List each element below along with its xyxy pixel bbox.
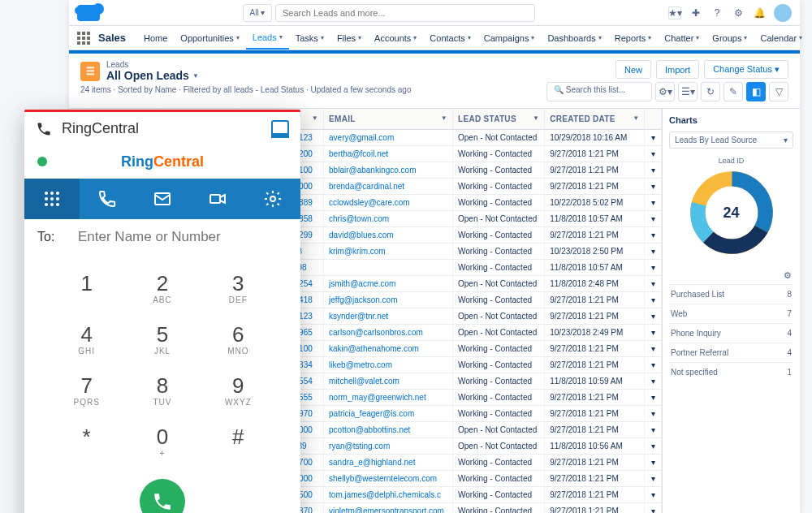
nav-item-tasks[interactable]: Tasks ▾ — [289, 26, 330, 50]
global-search-input[interactable] — [275, 4, 535, 22]
email-cell[interactable]: norm_may@greenwich.net — [324, 390, 453, 406]
nav-item-leads[interactable]: Leads ▾ — [246, 26, 289, 50]
row-menu-icon[interactable]: ▾ — [645, 455, 662, 471]
search-scope-dropdown[interactable]: All ▾ — [243, 4, 272, 22]
filter-icon[interactable]: ▽ — [769, 82, 788, 101]
email-cell[interactable]: pcotton@abbottins.net — [324, 422, 453, 438]
row-menu-icon[interactable]: ▾ — [645, 503, 662, 514]
list-view-controls-icon[interactable]: ⚙▾ — [655, 82, 675, 101]
add-icon[interactable]: ✚ — [689, 6, 702, 19]
display-as-icon[interactable]: ☰▾ — [678, 82, 698, 101]
notification-bell-icon[interactable]: 🔔 — [753, 6, 766, 19]
key-0[interactable]: 0+ — [124, 416, 200, 468]
refresh-icon[interactable]: ↻ — [701, 82, 720, 101]
video-tab[interactable] — [190, 179, 245, 219]
call-button[interactable] — [140, 479, 185, 513]
email-cell[interactable]: kakin@athenahome.com — [324, 341, 453, 357]
email-cell[interactable]: bertha@fcoil.net — [324, 146, 453, 162]
row-menu-icon[interactable]: ▾ — [645, 130, 662, 146]
chevron-down-icon[interactable]: ▼ — [312, 114, 318, 122]
list-view-name[interactable]: All Open Leads ▼ — [106, 69, 199, 82]
key-3[interactable]: 3DEF — [201, 263, 276, 314]
new-button[interactable]: New — [615, 60, 651, 79]
email-cell[interactable]: ksynder@tnr.net — [324, 308, 453, 325]
row-menu-icon[interactable]: ▾ — [645, 390, 662, 406]
row-menu-icon[interactable]: ▾ — [645, 227, 662, 244]
email-cell[interactable]: violetm@emersontransport.com — [324, 503, 453, 514]
row-menu-icon[interactable]: ▾ — [645, 487, 662, 503]
email-cell[interactable]: shellyb@westerntelecom.com — [324, 471, 453, 487]
row-menu-icon[interactable]: ▾ — [645, 471, 662, 487]
chevron-down-icon[interactable]: ▼ — [633, 114, 639, 122]
nav-item-accounts[interactable]: Accounts ▾ — [368, 26, 423, 50]
row-menu-icon[interactable]: ▾ — [645, 179, 662, 195]
chart-gear-icon[interactable]: ⚙ — [669, 267, 793, 284]
email-cell[interactable]: avery@gmail.com — [324, 130, 453, 146]
help-icon[interactable]: ? — [710, 6, 723, 19]
row-menu-icon[interactable]: ▾ — [645, 260, 662, 276]
dock-icon[interactable] — [271, 120, 289, 138]
key-2[interactable]: 2ABC — [124, 263, 200, 314]
key-5[interactable]: 5JKL — [124, 314, 200, 365]
email-cell[interactable]: chris@town.com — [324, 211, 453, 227]
row-menu-icon[interactable]: ▾ — [645, 292, 662, 308]
key-4[interactable]: 4GHI — [49, 314, 124, 365]
email-cell[interactable]: sandra_e@highland.net — [324, 455, 453, 471]
dial-input[interactable] — [78, 229, 287, 245]
row-menu-icon[interactable]: ▾ — [645, 341, 662, 357]
change-status-button[interactable]: Change Status ▾ — [704, 60, 788, 79]
row-menu-icon[interactable]: ▾ — [645, 422, 662, 438]
nav-item-opportunities[interactable]: Opportunities ▾ — [174, 26, 245, 50]
nav-item-files[interactable]: Files ▾ — [330, 26, 368, 50]
user-avatar[interactable] — [774, 4, 792, 22]
chevron-down-icon[interactable]: ▼ — [441, 114, 447, 122]
email-cell[interactable]: krim@krim.com — [324, 244, 453, 260]
row-menu-icon[interactable]: ▾ — [645, 244, 662, 260]
row-menu-icon[interactable]: ▾ — [645, 162, 662, 179]
key-7[interactable]: 7PQRS — [49, 365, 124, 416]
row-menu-icon[interactable]: ▾ — [645, 373, 662, 390]
nav-item-contacts[interactable]: Contacts ▾ — [423, 26, 477, 50]
email-cell[interactable]: patricia_feager@is.com — [324, 406, 453, 422]
calls-tab[interactable] — [80, 179, 135, 219]
chevron-down-icon[interactable]: ▼ — [533, 114, 539, 122]
email-cell[interactable]: mitchell@valet.com — [324, 373, 453, 390]
key-6[interactable]: 6MNO — [201, 314, 276, 365]
row-menu-icon[interactable]: ▾ — [645, 211, 662, 227]
settings-tab[interactable] — [245, 179, 300, 219]
dialpad-tab[interactable] — [24, 179, 80, 219]
messages-tab[interactable] — [135, 179, 190, 219]
row-menu-icon[interactable]: ▾ — [645, 325, 662, 341]
email-cell[interactable]: brenda@cardinal.net — [324, 179, 453, 195]
chart-type-select[interactable]: Leads By Lead Source▾ — [669, 131, 793, 149]
nav-item-reports[interactable]: Reports ▾ — [608, 26, 659, 50]
email-cell[interactable]: likeb@metro.com — [324, 357, 453, 373]
row-menu-icon[interactable]: ▾ — [645, 276, 662, 292]
email-cell[interactable] — [324, 260, 453, 276]
key-9[interactable]: 9WXYZ — [201, 365, 276, 416]
nav-item-people[interactable]: People ▾ — [809, 26, 812, 50]
email-cell[interactable]: ryan@tsting.com — [324, 438, 453, 455]
list-search-input[interactable]: 🔍 Search this list... — [546, 82, 652, 101]
app-launcher-icon[interactable] — [77, 32, 90, 45]
key-*[interactable]: * — [49, 416, 124, 468]
email-cell[interactable]: bblair@abankingco.com — [324, 162, 453, 179]
email-cell[interactable]: tom.james@delphi.chemicals.c — [324, 487, 453, 503]
email-cell[interactable]: jeffg@jackson.com — [324, 292, 453, 308]
nav-item-calendar[interactable]: Calendar ▾ — [754, 26, 809, 50]
setup-gear-icon[interactable]: ⚙ — [732, 6, 745, 19]
email-cell[interactable]: david@blues.com — [324, 227, 453, 244]
row-menu-icon[interactable]: ▾ — [645, 357, 662, 373]
email-cell[interactable]: cclowdsley@care.com — [324, 195, 453, 211]
row-menu-icon[interactable]: ▾ — [645, 146, 662, 162]
nav-item-home[interactable]: Home — [137, 26, 174, 50]
favorite-icon[interactable]: ★▾ — [668, 6, 681, 19]
charts-toggle-icon[interactable]: ◧ — [746, 82, 766, 101]
key-8[interactable]: 8TUV — [124, 365, 200, 416]
row-menu-icon[interactable]: ▾ — [645, 308, 662, 325]
key-#[interactable]: # — [201, 416, 276, 468]
import-button[interactable]: Import — [656, 60, 699, 79]
email-cell[interactable]: carlson@carlsonbros.com — [324, 325, 453, 341]
email-cell[interactable]: jsmith@acme.com — [324, 276, 453, 292]
edit-inline-icon[interactable]: ✎ — [723, 82, 743, 101]
